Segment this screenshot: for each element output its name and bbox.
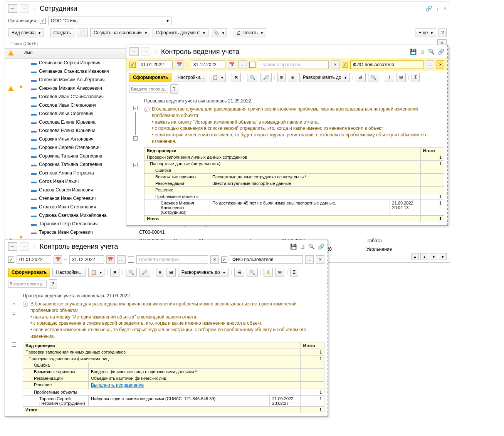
forward-button[interactable]: → <box>20 4 29 13</box>
tree-collapse[interactable]: − <box>12 342 16 347</box>
copy-button[interactable]: 📄 <box>77 28 88 37</box>
email-icon[interactable]: ✉ <box>396 73 406 82</box>
variant-button[interactable]: 📋 <box>210 73 226 82</box>
expand-icon[interactable]: ⊞ <box>288 73 297 82</box>
fio-more[interactable]: … <box>305 255 314 264</box>
save-icon[interactable]: 💾 <box>290 243 297 250</box>
calendar-icon[interactable]: 📅 <box>175 60 183 69</box>
print-icon[interactable]: 🖨 <box>234 268 244 277</box>
expand-to-button[interactable]: Разворачивать до <box>299 73 350 82</box>
date-from-input[interactable]: 01.01.2022 <box>138 60 173 69</box>
favorite-icon[interactable]: ☆ <box>31 242 37 251</box>
forward-button[interactable]: → <box>20 242 29 251</box>
favorite-icon[interactable]: ☆ <box>153 47 159 56</box>
tree-collapse[interactable]: − <box>12 312 16 316</box>
save-icon[interactable]: ⬇ <box>385 73 394 82</box>
fio-input[interactable]: ФИО пользователя <box>230 255 303 264</box>
clear-fio[interactable]: × <box>437 60 444 69</box>
link-icon[interactable]: 🔗 <box>318 243 324 250</box>
preview-icon[interactable]: 🔍 <box>428 49 435 55</box>
fio-check[interactable] <box>221 257 227 263</box>
make-document-button[interactable]: Оформить документ <box>153 28 209 37</box>
date-from-check[interactable] <box>8 257 14 263</box>
rule-check[interactable] <box>128 257 134 263</box>
back-button[interactable]: ← <box>8 4 17 13</box>
scroll-top[interactable]: ▲ <box>411 253 419 260</box>
collapse-icon[interactable]: ≡ <box>156 268 164 277</box>
date-to-input[interactable]: 31.12.2022 <box>69 255 104 264</box>
tree-collapse[interactable]: − <box>133 136 138 141</box>
save-icon[interactable]: ⬇ <box>264 268 273 277</box>
forward-button[interactable]: → <box>141 47 150 56</box>
email-icon[interactable]: ✉ <box>275 268 284 277</box>
scroll-bottom[interactable]: ▼ <box>439 253 447 260</box>
tree-collapse[interactable]: − <box>133 163 138 167</box>
generate-button[interactable]: Сформировать <box>129 73 171 82</box>
settings-button[interactable]: Настройки... <box>174 73 207 82</box>
calendar-icon[interactable]: 📅 <box>54 255 62 264</box>
attachments-button[interactable]: 📎 <box>211 28 227 37</box>
variant-button[interactable]: 📋 <box>88 268 104 277</box>
fio-input[interactable]: ФИО пользователя <box>350 60 423 69</box>
expand-icon[interactable]: ⊞ <box>166 268 176 277</box>
clear-fio[interactable]: × <box>316 255 324 264</box>
settings-button[interactable]: Настройки... <box>52 268 86 277</box>
period-button[interactable]: … <box>239 60 247 69</box>
help-button[interactable]: ? <box>49 279 57 288</box>
tree-collapse[interactable]: − <box>12 301 16 305</box>
date-from-check[interactable] <box>129 62 136 68</box>
save-icon[interactable]: 💾 <box>410 49 417 55</box>
org-select[interactable]: ООО "Стиль"▾ <box>48 17 171 25</box>
date-to-input[interactable]: 31.12.2022 <box>191 60 225 69</box>
rule-input[interactable]: Правило проверки… <box>258 60 329 69</box>
clear-rule[interactable]: × <box>331 60 339 69</box>
sum-icon[interactable]: Σ <box>290 268 298 277</box>
view-mode-button[interactable]: Вид списка <box>8 28 44 37</box>
generate-button[interactable]: Сформировать <box>8 268 50 277</box>
print-button[interactable]: 🖨Печать <box>233 28 266 37</box>
find-next-icon[interactable]: 🔎 <box>139 268 150 277</box>
close-icon[interactable]: × <box>444 5 447 12</box>
find-next-icon[interactable]: 🔎 <box>260 73 272 82</box>
create-based-button[interactable]: Создать на основании <box>90 28 150 37</box>
tree-collapse[interactable]: − <box>133 106 138 110</box>
rule-input[interactable]: Правило проверки… <box>136 255 208 264</box>
preview-icon[interactable]: 🔍 <box>308 243 315 250</box>
favorite-icon[interactable]: ☆ <box>31 4 37 13</box>
link-icon[interactable]: 🔗 <box>425 5 432 12</box>
more-button[interactable]: Еще <box>415 28 436 37</box>
sum-icon[interactable]: Σ <box>412 73 420 82</box>
fix-link[interactable]: Выполнить исправление <box>91 382 144 388</box>
employee-row[interactable]: ▬ Тарасов Иван Сергеевич СТ00-00041 <box>5 228 450 236</box>
word-search[interactable] <box>129 85 168 93</box>
name-column-header[interactable]: Имя <box>24 50 32 57</box>
scroll-up[interactable]: ▴ <box>420 253 428 260</box>
fio-more[interactable]: … <box>426 60 434 69</box>
expand-to-button[interactable]: Разворачивать до <box>178 268 228 277</box>
print-icon[interactable]: 🖨 <box>300 243 305 250</box>
clear-rule[interactable]: × <box>210 255 219 264</box>
date-from-input[interactable]: 01.01.2022 <box>17 255 51 264</box>
back-button[interactable]: ← <box>8 242 17 251</box>
cancel-icon[interactable]: ✕ <box>110 268 119 277</box>
fio-check[interactable] <box>342 62 348 68</box>
preview-icon[interactable]: 🔍 <box>247 268 258 277</box>
find-icon[interactable]: 🔍 <box>126 268 137 277</box>
word-search[interactable] <box>8 280 47 288</box>
rule-check[interactable] <box>249 62 255 68</box>
org-checkbox[interactable] <box>40 18 46 24</box>
print-icon[interactable]: 🖨 <box>420 49 425 55</box>
calendar-icon[interactable]: 📅 <box>106 255 115 264</box>
help-button[interactable]: ? <box>170 84 178 94</box>
scroll-down[interactable]: ▾ <box>430 253 437 260</box>
create-button[interactable]: Создать <box>50 28 75 37</box>
period-button[interactable]: … <box>117 255 126 264</box>
preview-icon[interactable]: 🔍 <box>368 73 379 82</box>
cancel-icon[interactable]: ✕ <box>232 73 241 82</box>
collapse-icon[interactable]: ≡ <box>277 73 286 82</box>
menu-icon[interactable]: ⋮ <box>435 5 440 12</box>
back-button[interactable]: ← <box>129 47 139 56</box>
print-icon[interactable]: 🖨 <box>356 73 366 82</box>
find-icon[interactable]: 🔍 <box>247 73 258 82</box>
help-button[interactable]: ? <box>438 28 447 37</box>
